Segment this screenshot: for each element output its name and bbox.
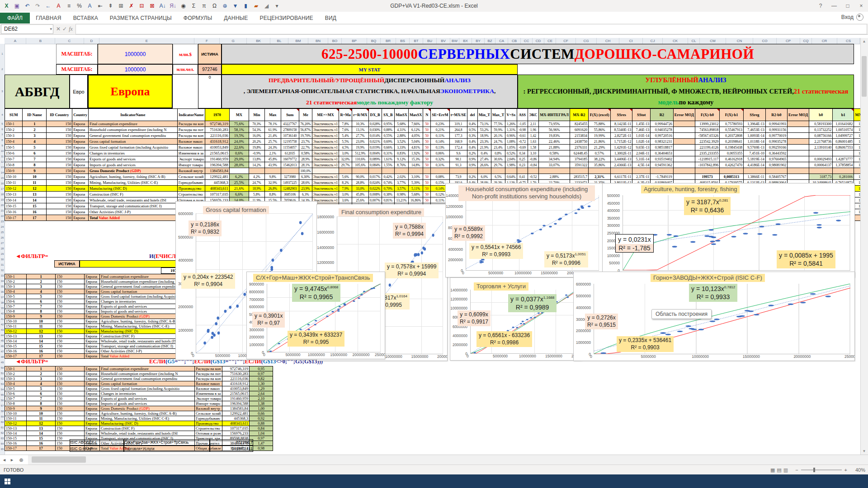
row-header-65[interactable]: 65 <box>0 446 5 452</box>
chart-mix2[interactable]: 6000000500000040000003000000200000010000… <box>573 272 855 361</box>
ribbon-tab-рецензирование[interactable]: РЕЦЕНЗИРОВАНИЕ <box>254 13 319 23</box>
column-R2-b0[interactable]: R2-b0 <box>765 109 787 121</box>
row-header-15[interactable]: 15 <box>0 175 5 181</box>
prev-sheet-icon[interactable]: ◄ <box>2 458 6 462</box>
column-header-CI[interactable]: CI <box>619 38 643 44</box>
column-r=R/MX[interactable]: r=R/MX <box>352 109 368 121</box>
row-header-55[interactable]: 55 <box>0 392 5 398</box>
row-header-49[interactable]: 49 <box>0 360 5 365</box>
column-MX-R2[interactable]: MX-R2 <box>570 109 588 121</box>
column-header-BT[interactable]: BT <box>410 38 423 44</box>
sum-icon[interactable]: Σ <box>189 1 198 10</box>
ribbon-tab-разметка страницы[interactable]: РАЗМЕТКА СТРАНИЦЫ <box>104 13 178 23</box>
column-header-CN[interactable]: CN <box>726 38 753 44</box>
column-Max[interactable]: Max <box>264 109 281 121</box>
column-header-CL[interactable]: CL <box>688 38 700 44</box>
enter-formula-icon[interactable]: ✓ <box>62 26 67 32</box>
row-header-11[interactable]: 11 <box>0 154 5 159</box>
column-MaxSX[interactable]: MaxSX <box>408 109 423 121</box>
column-IndicatorName[interactable]: IndicatorName <box>177 109 205 121</box>
row-header-36[interactable]: 36 <box>0 289 5 295</box>
pi-icon[interactable]: π <box>199 1 209 10</box>
column-header-F[interactable]: F <box>194 38 220 44</box>
column-F(X)-b1[interactable]: F(X)-b1 <box>720 109 744 121</box>
column-header-BQ[interactable]: BQ <box>367 38 381 44</box>
column-header-BL[interactable]: BL <box>270 38 288 44</box>
chart-hce[interactable]: 1400000012000000100000008000000600000040… <box>445 183 604 277</box>
percent-icon[interactable]: % <box>75 1 84 10</box>
align-icon[interactable]: ≡ <box>64 1 74 10</box>
shift-up-icon[interactable]: ⇞ <box>106 1 115 10</box>
start-button[interactable] <box>5 479 10 484</box>
column-header-CJ[interactable]: CJ <box>643 38 663 44</box>
row-header-38[interactable]: 38 <box>0 300 5 305</box>
row-header-59[interactable]: 59 <box>0 414 5 419</box>
row-header-4[interactable]: 4 <box>0 108 5 121</box>
row-header-31[interactable]: 31 <box>0 262 5 267</box>
row-header-52[interactable]: 52 <box>0 376 5 381</box>
row-header-5[interactable]: 5 <box>0 121 5 127</box>
column-R=Ma[interactable]: R=Ma <box>339 109 352 121</box>
zoom-out-button[interactable]: − <box>795 467 798 473</box>
column-header-CH[interactable]: CH <box>597 38 619 44</box>
zoom-level[interactable]: 40% <box>850 467 865 473</box>
vscroll-thumb[interactable] <box>862 56 867 97</box>
column-Min[interactable]: Min <box>249 109 264 121</box>
column-SSreg[interactable]: SSreg <box>744 109 766 121</box>
column-Max_T[interactable]: Max_T <box>491 109 505 121</box>
column-header-BR[interactable]: BR <box>381 38 396 44</box>
font-pen-icon[interactable]: A <box>85 1 94 10</box>
row-header-1[interactable]: 1 <box>0 44 5 64</box>
column-SX_B[interactable]: SX_B <box>382 109 394 121</box>
column-header-CP[interactable]: CP <box>777 38 800 44</box>
column-V=Sx[interactable]: V=Sx <box>505 109 517 121</box>
column-header-E[interactable]: E <box>99 38 194 44</box>
column-R2[interactable]: R2 <box>651 109 673 121</box>
column-header-BM[interactable]: BM <box>288 38 308 44</box>
row-header-45[interactable]: 45 <box>0 338 5 343</box>
scale1-value[interactable]: 1000000 <box>98 44 173 64</box>
column-header-CO[interactable]: CO <box>753 38 777 44</box>
column-header-D[interactable]: D <box>84 38 99 44</box>
row-header-19[interactable]: 19 <box>0 197 5 202</box>
ribbon-tab-вид[interactable]: ВИД <box>319 13 342 23</box>
omega-icon[interactable]: Ω <box>210 1 219 10</box>
row-header-26[interactable]: 26 <box>0 235 5 240</box>
row-header-41[interactable]: 41 <box>0 316 5 322</box>
minimize-button[interactable]: — <box>827 0 841 12</box>
row-header-6[interactable]: 6 <box>0 127 5 132</box>
next-sheet-icon[interactable]: ► <box>10 458 14 462</box>
column-Error МОД[interactable]: Error МОД <box>787 109 809 121</box>
row-header-8[interactable]: 8 <box>0 137 5 143</box>
column-header-CK[interactable]: CK <box>663 38 688 44</box>
row-header-54[interactable]: 54 <box>0 387 5 392</box>
column-header-BN[interactable]: BN <box>308 38 328 44</box>
column-header-CQ[interactable]: CQ <box>800 38 812 44</box>
column-header-BK[interactable]: BK <box>247 38 270 44</box>
ribbon-tab-вставка[interactable]: ВСТАВКА <box>67 13 104 23</box>
row-header-35[interactable]: 35 <box>0 284 5 289</box>
filter-icon[interactable]: ▼ <box>231 1 240 10</box>
column-SSres[interactable]: SSres <box>611 109 632 121</box>
column-header-CA[interactable]: CA <box>495 38 508 44</box>
column-SUM[interactable]: SUM <box>5 109 23 121</box>
qat-more-icon[interactable]: ▾ <box>272 1 282 10</box>
formula-input[interactable] <box>75 24 867 34</box>
row-header-17[interactable]: 17 <box>0 186 5 192</box>
column-header-B[interactable]: B <box>26 38 55 44</box>
column-header-BV[interactable]: BV <box>437 38 450 44</box>
ribbon-tab-данные[interactable]: ДАННЫЕ <box>218 13 254 23</box>
delete-cells-icon[interactable]: ✗ <box>127 1 136 10</box>
column-header-CF[interactable]: CF <box>556 38 576 44</box>
new-sheet-button[interactable]: ⊕ <box>16 455 26 465</box>
column-IndicatorName[interactable]: IndicatorName <box>88 109 177 121</box>
save-icon[interactable]: ▣ <box>12 1 22 10</box>
borders-icon[interactable]: ⊞ <box>116 1 126 10</box>
row-header-42[interactable]: 42 <box>0 322 5 327</box>
column-Country[interactable]: Country <box>72 109 89 121</box>
row-header-43[interactable]: 43 <box>0 327 5 333</box>
column-MX[interactable]: MX <box>229 109 249 121</box>
column-del[interactable]: del <box>467 109 478 121</box>
undo-icon[interactable]: ↶ <box>23 1 32 10</box>
row-header-24[interactable]: 24 <box>0 224 5 230</box>
